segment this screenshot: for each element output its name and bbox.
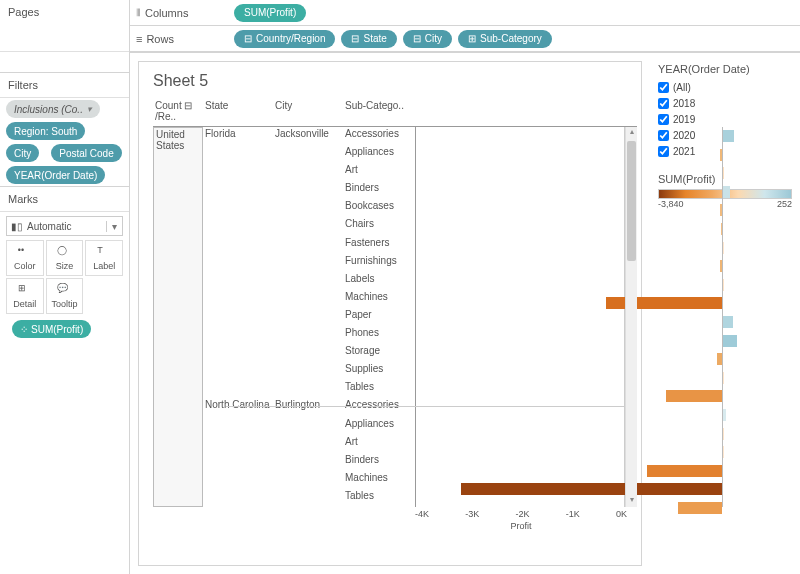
year-checkbox[interactable] — [658, 146, 669, 157]
filters-list: Inclusions (Co..▾Region: SouthCityPostal… — [0, 98, 129, 186]
bar[interactable] — [678, 502, 722, 514]
subcat-label[interactable]: Fasteners — [343, 236, 415, 254]
subcat-label[interactable]: Tables — [343, 489, 415, 507]
shelf-pill[interactable]: ⊟State — [341, 30, 396, 48]
year-legend-title: YEAR(Order Date) — [658, 63, 792, 75]
subcat-label[interactable]: Storage — [343, 344, 415, 362]
color-icon: •• — [18, 245, 32, 259]
subcat-label[interactable]: Furnishings — [343, 254, 415, 272]
year-legend-item[interactable]: (All) — [658, 79, 792, 95]
axis-tick: -2K — [515, 509, 529, 519]
mark-color[interactable]: ••Color — [6, 240, 44, 276]
subcat-label[interactable]: Accessories — [343, 398, 415, 416]
bar[interactable] — [722, 316, 733, 328]
shelf-pill[interactable]: SUM(Profit) — [234, 4, 306, 22]
bar[interactable] — [722, 186, 730, 198]
scroll-up-icon[interactable]: ▴ — [626, 127, 637, 139]
expand-icon: ⊟ — [244, 33, 252, 44]
year-legend-item[interactable]: 2019 — [658, 111, 792, 127]
expand-icon: ⊟ — [413, 33, 421, 44]
chevron-down-icon[interactable]: ▾ — [106, 221, 122, 232]
rows-shelf[interactable]: ≡Rows ⊟Country/Region⊟State⊟City⊞Sub-Cat… — [130, 26, 800, 52]
bar[interactable] — [461, 483, 722, 495]
filter-pill[interactable]: Postal Code — [51, 144, 121, 162]
size-icon: ◯ — [57, 245, 71, 259]
scroll-down-icon[interactable]: ▾ — [626, 495, 637, 507]
tooltip-icon: 💬 — [57, 283, 71, 297]
header-state[interactable]: State — [203, 98, 273, 126]
scroll-thumb[interactable] — [627, 141, 636, 261]
expand-icon: ⊞ — [468, 33, 476, 44]
mark-tooltip[interactable]: 💬Tooltip — [46, 278, 84, 314]
pill-menu-icon[interactable]: ▾ — [87, 104, 92, 114]
country-label[interactable]: United States — [154, 128, 202, 398]
marks-sum-pill[interactable]: ⁘ SUM(Profit) — [12, 320, 91, 338]
subcat-label[interactable]: Bookcases — [343, 199, 415, 217]
subcat-label[interactable]: Tables — [343, 380, 415, 398]
color-dots-icon: ⁘ — [20, 324, 28, 335]
subcat-label[interactable]: Supplies — [343, 362, 415, 380]
year-checkbox[interactable] — [658, 98, 669, 109]
filter-pill[interactable]: City — [6, 144, 39, 162]
bar[interactable] — [722, 335, 737, 347]
subcat-label[interactable]: Accessories — [343, 127, 415, 145]
subcat-label[interactable]: Appliances — [343, 145, 415, 163]
subcat-label[interactable]: Art — [343, 163, 415, 181]
axis-tick: 0K — [616, 509, 627, 519]
marks-type-select[interactable]: ▮▯Automatic ▾ — [6, 216, 123, 236]
color-legend-max: 252 — [777, 199, 792, 209]
scrollbar[interactable]: ▴ ▾ — [625, 127, 637, 507]
subcat-label[interactable]: Paper — [343, 308, 415, 326]
subcat-label[interactable]: Labels — [343, 272, 415, 290]
subcat-label[interactable]: Chairs — [343, 217, 415, 235]
header-subcat[interactable]: Sub-Catego.. — [343, 98, 415, 126]
subcat-label[interactable]: Binders — [343, 453, 415, 471]
subcat-label[interactable]: Machines — [343, 290, 415, 308]
city-label[interactable]: Jacksonville — [273, 127, 343, 398]
bar[interactable] — [722, 130, 734, 142]
year-checkbox[interactable] — [658, 82, 669, 93]
filter-pill[interactable]: Inclusions (Co..▾ — [6, 100, 100, 118]
mark-label[interactable]: TLabel — [85, 240, 123, 276]
city-label[interactable]: Burlington — [273, 398, 343, 507]
bar-chart-icon: ▮▯ — [11, 221, 23, 232]
filter-pill[interactable]: Region: South — [6, 122, 85, 140]
shelf-pill[interactable]: ⊞Sub-Category — [458, 30, 552, 48]
shelf-pill[interactable]: ⊟Country/Region — [234, 30, 335, 48]
filter-pill[interactable]: YEAR(Order Date) — [6, 166, 105, 184]
year-checkbox[interactable] — [658, 130, 669, 141]
bar[interactable] — [647, 465, 722, 477]
axis-title: Profit — [415, 521, 627, 531]
year-legend-item[interactable]: 2018 — [658, 95, 792, 111]
mark-size[interactable]: ◯Size — [46, 240, 84, 276]
label-icon: T — [97, 245, 111, 259]
mark-detail[interactable]: ⊞Detail — [6, 278, 44, 314]
year-legend-item[interactable]: 2021 — [658, 143, 792, 159]
state-label[interactable]: Florida — [203, 127, 273, 398]
color-legend-min: -3,840 — [658, 199, 684, 209]
year-checkbox[interactable] — [658, 114, 669, 125]
subcat-label[interactable]: Art — [343, 435, 415, 453]
sheet-title[interactable]: Sheet 5 — [153, 72, 637, 90]
state-label[interactable]: North Carolina — [203, 398, 273, 507]
rows-icon: ≡ — [136, 33, 142, 45]
header-country[interactable]: Count ⊟ /Re.. — [153, 98, 203, 126]
marks-panel-title: Marks — [0, 187, 129, 212]
header-city[interactable]: City — [273, 98, 343, 126]
bar[interactable] — [666, 390, 722, 402]
country-label[interactable] — [154, 398, 202, 506]
shelf-pill[interactable]: ⊟City — [403, 30, 452, 48]
bar[interactable] — [606, 297, 722, 309]
subcat-label[interactable]: Binders — [343, 181, 415, 199]
columns-icon: ⦀ — [136, 6, 141, 19]
columns-shelf[interactable]: ⦀Columns SUM(Profit) — [130, 0, 800, 26]
subcat-label[interactable]: Phones — [343, 326, 415, 344]
subcat-label[interactable]: Machines — [343, 471, 415, 489]
filters-panel-title: Filters — [0, 72, 129, 98]
axis-tick: -3K — [465, 509, 479, 519]
color-legend-title: SUM(Profit) — [658, 173, 792, 185]
expand-icon: ⊟ — [351, 33, 359, 44]
subcat-label[interactable]: Appliances — [343, 417, 415, 435]
detail-icon: ⊞ — [18, 283, 32, 297]
pages-panel-title: Pages — [0, 0, 129, 52]
